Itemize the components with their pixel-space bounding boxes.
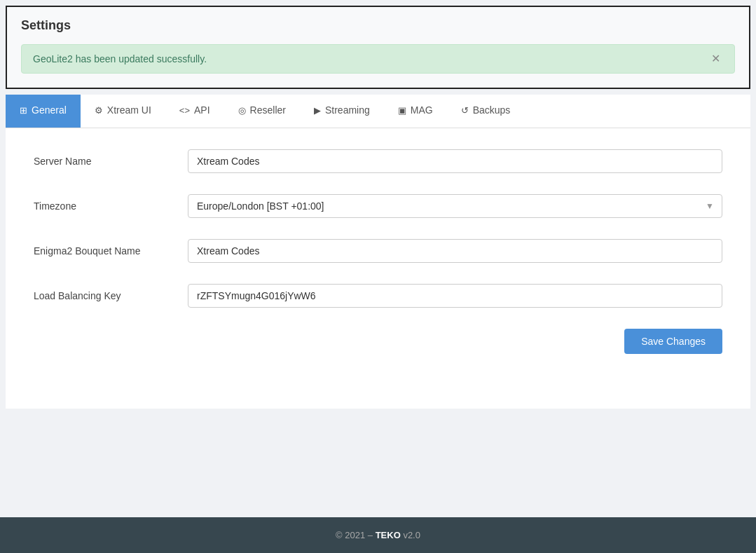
- footer: © 2021 – TEKO v2.0: [0, 517, 756, 553]
- tab-reseller-label: Reseller: [250, 104, 286, 116]
- backups-icon: ↺: [461, 105, 469, 116]
- tab-general[interactable]: ⊞ General: [6, 95, 81, 128]
- timezone-select-wrapper: Europe/London [BST +01:00] UTC America/N…: [188, 194, 722, 218]
- load-balancing-row: Load Balancing Key: [34, 284, 722, 308]
- server-name-row: Server Name: [34, 149, 722, 173]
- footer-copyright: © 2021 –: [336, 530, 373, 540]
- load-balancing-label: Load Balancing Key: [34, 290, 188, 301]
- alert-message: GeoLite2 has been updated sucessfully.: [33, 53, 207, 64]
- settings-panel: Settings GeoLite2 has been updated suces…: [6, 6, 750, 89]
- server-name-input[interactable]: [188, 149, 722, 173]
- tab-api[interactable]: <> API: [165, 95, 224, 128]
- success-alert: GeoLite2 has been updated sucessfully. ✕: [21, 44, 735, 74]
- form-card: Server Name Timezone Europe/London [BST …: [6, 128, 750, 409]
- tab-mag-label: MAG: [411, 104, 433, 116]
- reseller-icon: ◎: [238, 105, 246, 116]
- save-changes-button[interactable]: Save Changes: [624, 329, 722, 354]
- server-name-label: Server Name: [34, 156, 188, 167]
- enigma2-label: Enigma2 Bouquet Name: [34, 245, 188, 257]
- enigma2-input[interactable]: [188, 239, 722, 263]
- footer-version: v2.0: [403, 530, 420, 540]
- api-icon: <>: [179, 105, 190, 116]
- tab-general-label: General: [32, 104, 67, 116]
- mag-icon: ▣: [398, 105, 406, 116]
- tab-reseller[interactable]: ◎ Reseller: [224, 95, 300, 128]
- load-balancing-input[interactable]: [188, 284, 722, 308]
- streaming-icon: ▶: [314, 105, 321, 116]
- settings-title: Settings: [21, 18, 735, 33]
- tab-xtream-ui[interactable]: ⚙ Xtream UI: [81, 95, 165, 128]
- footer-text: © 2021 – TEKO v2.0: [336, 530, 420, 540]
- form-actions: Save Changes: [34, 329, 722, 354]
- alert-close-button[interactable]: ✕: [708, 53, 723, 64]
- timezone-row: Timezone Europe/London [BST +01:00] UTC …: [34, 194, 722, 218]
- tab-xtream-ui-label: Xtream UI: [107, 104, 151, 116]
- tab-backups-label: Backups: [473, 104, 511, 116]
- timezone-label: Timezone: [34, 200, 188, 212]
- tabs-navigation: ⊞ General ⚙ Xtream UI <> API ◎ Reseller …: [6, 95, 750, 128]
- tab-backups[interactable]: ↺ Backups: [447, 95, 525, 128]
- tab-streaming-label: Streaming: [325, 104, 370, 116]
- timezone-select[interactable]: Europe/London [BST +01:00] UTC America/N…: [188, 194, 722, 218]
- footer-brand: TEKO: [376, 530, 401, 540]
- tab-streaming[interactable]: ▶ Streaming: [300, 95, 384, 128]
- enigma2-row: Enigma2 Bouquet Name: [34, 239, 722, 263]
- main-content: ⊞ General ⚙ Xtream UI <> API ◎ Reseller …: [0, 95, 756, 517]
- xtream-ui-icon: ⚙: [95, 105, 103, 116]
- general-icon: ⊞: [20, 105, 27, 116]
- tab-mag[interactable]: ▣ MAG: [384, 95, 447, 128]
- tab-api-label: API: [194, 104, 210, 116]
